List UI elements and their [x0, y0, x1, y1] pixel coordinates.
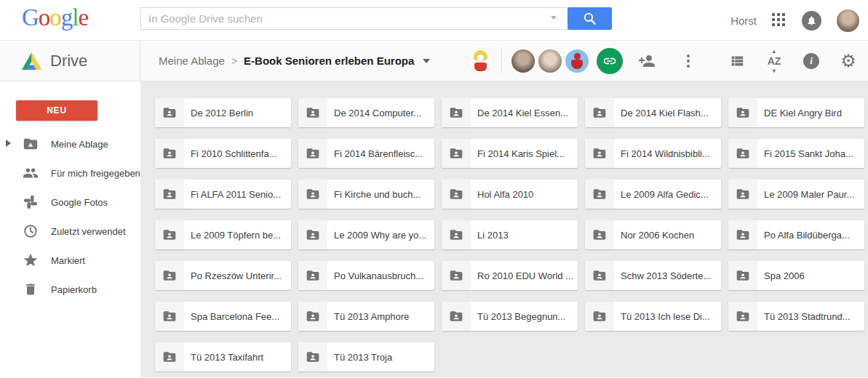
search-icon: [583, 12, 597, 25]
divider: [501, 49, 502, 73]
folder-tile[interactable]: Tü 2013 Ich lese Di...: [585, 302, 721, 331]
folder-grid: De 2012 Berlin De 2014 Computer... De 20…: [155, 98, 868, 371]
apps-grid-icon[interactable]: [772, 13, 787, 28]
folder-tile[interactable]: Po Alfa Bildüberga...: [728, 220, 864, 249]
folder-tile[interactable]: De 2014 Kiel Essen...: [442, 98, 578, 127]
folder-tile[interactable]: Fi 2010 Schlittenfa...: [155, 139, 291, 168]
folder-tile[interactable]: Le 2009 Why are yo...: [298, 220, 434, 249]
folder-name: Tü 2013 Troja: [327, 352, 398, 363]
shared-folder-icon: [155, 302, 184, 331]
folder-name: Li 2013: [471, 230, 514, 241]
folder-tile[interactable]: De 2014 Computer...: [298, 98, 434, 127]
folder-tile[interactable]: DE Kiel Angry Bird: [728, 98, 864, 127]
search-button[interactable]: [568, 7, 612, 30]
folder-name: Spa 2006: [757, 270, 811, 281]
folder-tile[interactable]: Fi 2014 Karis Spiel...: [442, 139, 578, 168]
folder-name: Spa Barcelona Fee...: [184, 311, 285, 322]
sidebar-item-google-photos[interactable]: Google Fotos: [0, 188, 140, 217]
my-drive-folder-icon: [22, 136, 39, 152]
folder-tile[interactable]: Fi ALFA 2011 Senio...: [155, 180, 291, 209]
folder-name: Schw 2013 Söderte...: [614, 270, 717, 281]
sidebar-item-my-drive[interactable]: Meine Ablage: [0, 129, 140, 158]
collaborator-avatar-1[interactable]: [511, 49, 535, 73]
account-name[interactable]: Horst: [730, 15, 757, 27]
collaborator-avatar-3[interactable]: [565, 49, 589, 73]
folder-tile[interactable]: Le 2009 Alfa Gedic...: [585, 180, 721, 209]
new-button[interactable]: NEU: [16, 100, 97, 121]
shared-folder-icon: [298, 180, 327, 209]
sort-button[interactable]: AZ: [765, 52, 784, 71]
folder-tile[interactable]: Le 2009 Maler Paur...: [728, 180, 864, 209]
folder-tile[interactable]: Fi 2014 Wildnisbibli...: [585, 139, 721, 168]
drive-home-link[interactable]: Drive: [0, 41, 140, 81]
folder-name: Hol Alfa 2010: [471, 189, 539, 200]
shared-folder-icon: [728, 98, 757, 127]
folder-tile[interactable]: Po Vulkanausbruch...: [298, 261, 434, 290]
folder-name: Fi 2014 Wildnisbibli...: [614, 148, 716, 159]
folder-tile[interactable]: Fi 2014 Bärenfleisc...: [298, 139, 434, 168]
folder-tile[interactable]: Nor 2006 Kochen: [585, 220, 721, 249]
folder-tile[interactable]: Spa 2006: [728, 261, 864, 290]
folder-tile[interactable]: Tü 2013 Stadtrund...: [728, 302, 864, 331]
sidebar-item-starred[interactable]: Markiert: [0, 246, 140, 275]
settings-button[interactable]: ⚙: [839, 52, 858, 71]
search-bar: [140, 7, 612, 30]
list-view-button[interactable]: [728, 52, 746, 71]
info-icon: i: [803, 53, 819, 69]
folder-tile[interactable]: Tü 2013 Taxifahrt: [155, 342, 291, 371]
folder-tile[interactable]: Po Rzeszów Unterir...: [155, 261, 291, 290]
shared-folder-icon: [585, 139, 614, 168]
shared-folder-icon: [155, 220, 184, 249]
shared-folder-icon: [298, 98, 327, 127]
breadcrumb: Meine Ablage > E-Book Senioren erleben E…: [159, 55, 430, 67]
shared-folder-icon: [442, 220, 471, 249]
sidebar-item-trash[interactable]: Papierkorb: [0, 275, 140, 304]
folder-name: Tü 2013 Stadtrund...: [757, 311, 856, 322]
drive-logo-icon: [22, 52, 41, 70]
search-options-caret-icon[interactable]: [551, 16, 557, 20]
folder-tile[interactable]: De 2014 Kiel Flash...: [585, 98, 721, 127]
folder-tile[interactable]: Fi 2015 Sankt Joha...: [728, 139, 864, 168]
folder-name: Fi 2014 Bärenfleisc...: [327, 148, 429, 159]
more-actions-button[interactable]: [678, 51, 698, 71]
folder-menu-caret-icon[interactable]: [423, 59, 430, 63]
expand-arrow-icon[interactable]: [6, 140, 11, 147]
folder-tile[interactable]: De 2012 Berlin: [155, 98, 291, 127]
collaborator-avatar-2[interactable]: [538, 49, 562, 73]
top-header: Google Horst: [0, 0, 868, 41]
collaborator-avatar-cartoon[interactable]: [468, 48, 493, 73]
user-avatar[interactable]: [837, 9, 859, 32]
folder-tile[interactable]: Tü 2013 Begegnun...: [442, 302, 578, 331]
breadcrumb-parent[interactable]: Meine Ablage: [159, 55, 225, 67]
sidebar-item-shared-with-me[interactable]: Für mich freigegeben: [0, 158, 140, 188]
list-view-icon: [729, 53, 745, 69]
folder-grid-area: De 2012 Berlin De 2014 Computer... De 20…: [140, 81, 868, 377]
shared-folder-icon: [585, 302, 614, 331]
folder-tile[interactable]: Le 2009 Töpfern be...: [155, 220, 291, 249]
share-link-button[interactable]: [597, 48, 623, 74]
folder-name: Nor 2006 Kochen: [614, 230, 700, 241]
shared-folder-icon: [585, 261, 614, 290]
google-logo[interactable]: Google: [22, 4, 88, 31]
folder-tile[interactable]: Hol Alfa 2010: [442, 180, 578, 209]
info-button[interactable]: i: [802, 52, 821, 71]
folder-tile[interactable]: Spa Barcelona Fee...: [155, 302, 291, 331]
folder-tile[interactable]: Fi Kirche und buch...: [298, 180, 434, 209]
notifications-button[interactable]: [802, 11, 821, 31]
shared-folder-icon: [155, 98, 184, 127]
folder-name: Po Vulkanausbruch...: [327, 270, 429, 281]
folder-tile[interactable]: Schw 2013 Söderte...: [585, 261, 721, 290]
folder-tile[interactable]: Li 2013: [442, 220, 578, 249]
sidebar-item-recent[interactable]: Zuletzt verwendet: [0, 217, 140, 246]
folder-tile[interactable]: Ro 2010 EDU World ...: [442, 261, 578, 290]
folder-name: Le 2009 Maler Paur...: [757, 189, 860, 200]
folder-name: Ro 2010 EDU World ...: [471, 270, 578, 281]
breadcrumb-current-folder[interactable]: E-Book Senioren erleben Europa: [244, 55, 414, 67]
folder-name: Fi ALFA 2011 Senio...: [184, 189, 287, 200]
add-person-button[interactable]: [638, 52, 656, 70]
folder-tile[interactable]: Tü 2013 Amphore: [298, 302, 434, 331]
folder-name: De 2012 Berlin: [184, 108, 259, 118]
shared-folder-icon: [298, 342, 327, 371]
search-input[interactable]: [140, 7, 568, 30]
folder-tile[interactable]: Tü 2013 Troja: [298, 342, 434, 371]
